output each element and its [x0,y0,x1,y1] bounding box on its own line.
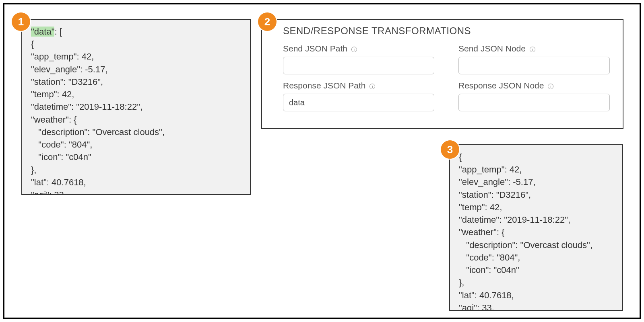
response-json-node-field: Response JSON Node i [458,81,610,111]
diagram-frame: 1 "data": [ { "app_temp": 42, "elev_angl… [3,3,641,319]
transformations-panel: SEND/RESPONSE TRANSFORMATIONS Send JSON … [261,19,623,129]
info-icon[interactable]: i [548,84,553,89]
send-json-path-field: Send JSON Path i [283,44,434,74]
send-json-node-label: Send JSON Node i [458,44,610,53]
step-badge-1: 1 [12,12,30,31]
source-json-line-rest: : [ [54,27,62,37]
response-json-path-input[interactable] [283,94,434,111]
result-json-body: { "app_temp": 42, "elev_angle": -5.17, "… [459,152,592,311]
source-json-panel: "data": [ { "app_temp": 42, "elev_angle"… [21,19,251,195]
badge-3-number: 3 [447,144,453,156]
transformations-title: SEND/RESPONSE TRANSFORMATIONS [283,25,613,37]
info-icon[interactable]: i [369,84,375,89]
source-json-highlight: "data" [31,27,54,37]
info-icon[interactable]: i [530,47,535,52]
send-json-node-field: Send JSON Node i [458,44,610,74]
badge-2-number: 2 [264,16,270,28]
response-json-path-field: Response JSON Path i [283,81,434,111]
step-badge-3: 3 [441,140,459,159]
transformations-form: Send JSON Path i Send JSON Node i Respon… [280,44,613,111]
send-json-node-label-text: Send JSON Node [458,44,526,53]
response-json-node-label-text: Response JSON Node [458,81,544,90]
badge-1-number: 1 [18,16,24,28]
send-json-path-label-text: Send JSON Path [283,44,347,53]
result-json-panel: { "app_temp": 42, "elev_angle": -5.17, "… [449,144,623,311]
info-icon[interactable]: i [351,47,357,52]
send-json-path-label: Send JSON Path i [283,44,434,53]
response-json-node-label: Response JSON Node i [458,81,610,90]
source-json-body: { "app_temp": 42, "elev_angle": -5.17, "… [31,39,165,195]
send-json-path-input[interactable] [283,57,434,74]
send-json-node-input[interactable] [458,57,610,74]
step-badge-2: 2 [258,12,277,31]
response-json-path-label: Response JSON Path i [283,81,434,90]
response-json-node-input[interactable] [458,94,610,111]
response-json-path-label-text: Response JSON Path [283,81,365,90]
